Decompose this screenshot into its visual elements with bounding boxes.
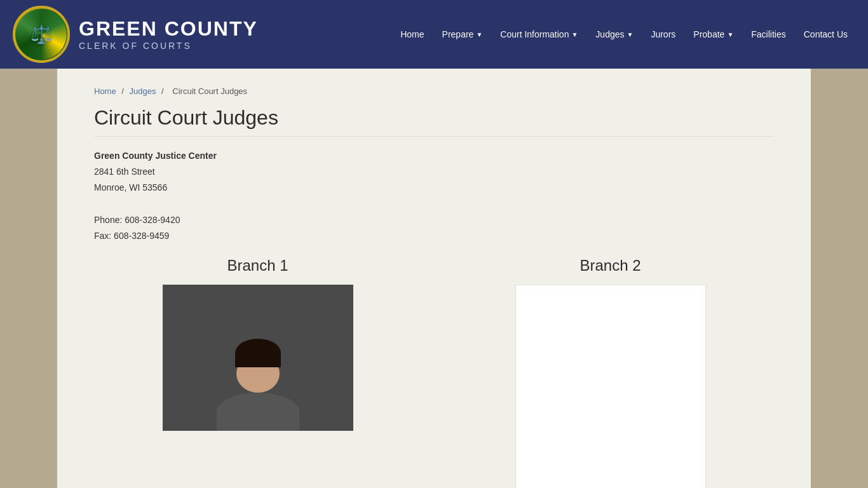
site-subtitle: CLERK OF COURTS xyxy=(79,41,258,51)
nav-probate[interactable]: Probate ▼ xyxy=(686,24,741,44)
branch-2-column: Branch 2 xyxy=(447,257,774,488)
breadcrumb: Home / Judges / Circuit Court Judges xyxy=(94,81,774,96)
address-line1: 2841 6th Street xyxy=(94,164,774,180)
page-title: Circuit Court Judges xyxy=(94,106,774,137)
branch-1-title: Branch 1 xyxy=(94,257,421,274)
site-header: ⚖️ GREEN COUNTY CLERK OF COURTS Home Pre… xyxy=(0,0,868,69)
main-nav: Home Prepare ▼ Court Information ▼ Judge… xyxy=(393,24,855,44)
content-area: Home / Judges / Circuit Court Judges Cir… xyxy=(57,69,811,488)
branch-2-title: Branch 2 xyxy=(447,257,774,274)
breadcrumb-sep-1: / xyxy=(121,86,126,96)
probate-dropdown-icon: ▼ xyxy=(727,31,733,38)
branch-1-image xyxy=(163,285,353,431)
address-line2: Monroe, WI 53566 xyxy=(94,180,774,196)
site-title-block: GREEN COUNTY CLERK OF COURTS xyxy=(79,18,258,50)
logo-emblem: ⚖️ xyxy=(16,9,67,60)
nav-home[interactable]: Home xyxy=(393,24,431,44)
site-logo: ⚖️ xyxy=(13,6,70,63)
nav-contact-us[interactable]: Contact Us xyxy=(796,24,855,44)
breadcrumb-home[interactable]: Home xyxy=(94,86,116,96)
site-name: GREEN COUNTY xyxy=(79,18,258,40)
info-block: Green County Justice Center 2841 6th Str… xyxy=(94,148,774,244)
prepare-dropdown-icon: ▼ xyxy=(476,31,482,38)
branches-container: Branch 1 xyxy=(94,257,774,488)
outer-wrapper: Home / Judges / Circuit Court Judges Cir… xyxy=(0,69,868,488)
nav-facilities[interactable]: Facilities xyxy=(743,24,793,44)
page-wrapper: Home / Judges / Circuit Court Judges Cir… xyxy=(69,69,799,488)
nav-prepare[interactable]: Prepare ▼ xyxy=(435,24,491,44)
breadcrumb-sep-2: / xyxy=(161,86,166,96)
breadcrumb-current: Circuit Court Judges xyxy=(172,86,247,96)
branch-1-column: Branch 1 xyxy=(94,257,421,431)
nav-court-information[interactable]: Court Information ▼ xyxy=(492,24,585,44)
person-body xyxy=(217,393,299,431)
left-gutter xyxy=(0,69,57,488)
fax: Fax: 608-328-9459 xyxy=(94,228,774,244)
org-name: Green County Justice Center xyxy=(94,148,774,164)
person-hair xyxy=(235,339,281,367)
logo-area: ⚖️ GREEN COUNTY CLERK OF COURTS xyxy=(13,6,258,63)
nav-judges[interactable]: Judges ▼ xyxy=(588,24,641,44)
nav-jurors[interactable]: Jurors xyxy=(643,24,683,44)
phone: Phone: 608-328-9420 xyxy=(94,212,774,228)
breadcrumb-judges[interactable]: Judges xyxy=(130,86,156,96)
branch-2-image xyxy=(515,285,706,488)
court-info-dropdown-icon: ▼ xyxy=(571,31,578,38)
right-gutter xyxy=(811,69,868,488)
judges-dropdown-icon: ▼ xyxy=(627,31,634,38)
